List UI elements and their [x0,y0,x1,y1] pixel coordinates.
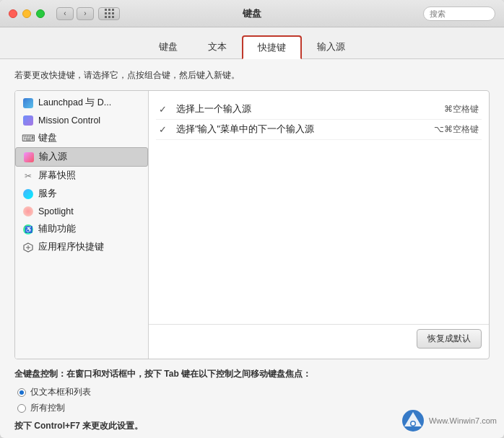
screenshot-icon: ✂ [22,170,34,182]
hint-text: 若要更改快捷键，请选择它，点按组合键，然后键入新键。 [14,69,490,82]
sidebar-item-label-screenshot: 屏幕快照 [38,170,76,182]
launchpad-icon [22,97,34,109]
table-row[interactable]: ✓ 选择"输入"菜单中的下一个输入源 ⌥⌘空格键 [156,120,482,140]
sidebar-item-launchpad[interactable]: Launchpad 与 D... [15,94,148,112]
spotlight-icon [22,206,34,217]
shortcut-list: ✓ 选择上一个输入源 ⌘空格键 ✓ 选择"输入"菜单中的下一个输入源 ⌥⌘空格键 [149,97,489,324]
watermark-text: Www.Winwin7.com [429,416,497,425]
watermark-logo [401,409,425,432]
restore-default-button[interactable]: 恢复成默认 [417,329,482,349]
sidebar-item-input-source[interactable]: 输入源 [15,147,148,167]
sidebar-item-label-accessibility: 辅助功能 [38,223,76,235]
shortcut-label-1: 选择上一个输入源 [176,103,438,115]
tab-keyboard[interactable]: 键盘 [144,35,193,59]
back-button[interactable]: ‹ [56,7,74,20]
maximize-button[interactable] [36,9,45,18]
radio-item-text-fields[interactable]: 仅文本框和列表 [17,386,490,398]
tabs: 键盘 文本 快捷键 输入源 [144,35,360,58]
radio-all-controls-circle[interactable] [17,404,26,413]
sidebar-item-screenshot[interactable]: ✂ 屏幕快照 [15,167,148,185]
titlebar: ‹ › 键盘 [0,0,504,27]
sidebar-item-label-launchpad: Launchpad 与 D... [38,97,111,109]
sidebar-item-label-keyboard: 键盘 [38,132,57,144]
input-source-icon [23,152,35,163]
keyboard-icon: ⌨ [22,133,34,144]
app-shortcuts-icon [22,242,34,253]
right-panel: ✓ 选择上一个输入源 ⌘空格键 ✓ 选择"输入"菜单中的下一个输入源 ⌥⌘空格键… [149,91,489,359]
sidebar-item-spotlight[interactable]: Spotlight [15,203,148,220]
sidebar: Launchpad 与 D... Mission Control ⌨ 键盘 [15,91,149,359]
watermark: Www.Winwin7.com [401,409,497,432]
services-icon [22,188,34,200]
sidebar-item-services[interactable]: 服务 [15,185,148,203]
minimize-button[interactable] [22,9,31,18]
window-title: 键盘 [243,7,261,20]
sidebar-item-label-spotlight: Spotlight [38,206,74,216]
sidebar-item-label-appshortcuts: 应用程序快捷键 [38,241,104,253]
traffic-lights [9,9,45,18]
sidebar-item-label-services: 服务 [38,188,57,200]
table-row[interactable]: ✓ 选择上一个输入源 ⌘空格键 [156,100,482,120]
search-input[interactable] [430,9,489,18]
svg-point-6 [411,422,414,426]
search-box[interactable] [423,6,495,21]
sidebar-item-keyboard[interactable]: ⌨ 键盘 [15,129,148,147]
accessibility-icon: ♿ [22,224,34,235]
nav-buttons: ‹ › [56,7,94,20]
check-1[interactable]: ✓ [159,104,170,115]
sidebar-item-label-mission: Mission Control [38,115,100,126]
sidebar-item-accessibility[interactable]: ♿ 辅助功能 [15,220,148,238]
shortcut-key-2: ⌥⌘空格键 [434,123,479,136]
radio-text-fields-label: 仅文本框和列表 [30,386,91,398]
main-window: ‹ › 键盘 键盘 文本 快捷键 输入源 若要更改快捷键，请选择它，点按组合键，… [0,0,504,438]
keyboard-control-title: 全键盘控制：在窗口和对话框中，按下 Tab 键在以下控制之间移动键盘焦点： [14,368,490,380]
check-2[interactable]: ✓ [159,124,170,135]
sidebar-item-label-input: 输入源 [39,151,67,163]
tab-shortcuts[interactable]: 快捷键 [242,35,302,59]
shortcut-label-2: 选择"输入"菜单中的下一个输入源 [176,123,428,136]
radio-all-controls-label: 所有控制 [30,402,65,414]
tabs-container: 键盘 文本 快捷键 输入源 [0,27,504,59]
sidebar-item-app-shortcuts[interactable]: 应用程序快捷键 [15,238,148,256]
restore-btn-container: 恢复成默认 [149,324,489,353]
sidebar-item-mission-control[interactable]: Mission Control [15,112,148,129]
tab-input-source[interactable]: 输入源 [302,35,360,59]
content-area: 若要更改快捷键，请选择它，点按组合键，然后键入新键。 Launchpad 与 D… [0,59,504,359]
apps-button[interactable] [98,7,120,20]
close-button[interactable] [9,9,17,18]
mission-control-icon [22,115,34,126]
forward-button[interactable]: › [77,7,94,20]
tab-text[interactable]: 文本 [193,35,242,59]
main-area: Launchpad 与 D... Mission Control ⌨ 键盘 [14,90,490,359]
radio-text-fields-circle[interactable] [17,388,26,397]
shortcut-key-1: ⌘空格键 [444,103,479,115]
